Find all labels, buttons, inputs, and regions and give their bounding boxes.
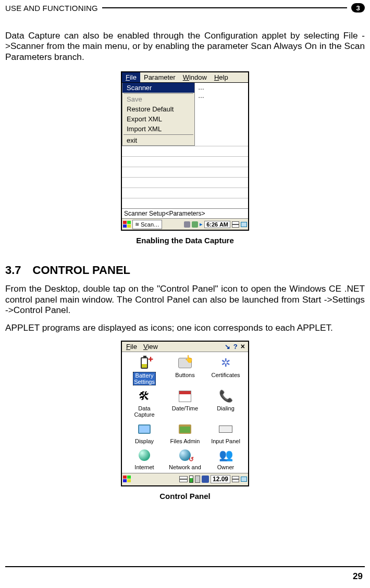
fig2-clock: 12.09 <box>211 475 230 483</box>
cp-item-buttons[interactable]: Buttons <box>165 355 205 387</box>
menu-file-label: ile <box>130 73 137 81</box>
fig2-caption: Control Panel <box>5 492 365 501</box>
figure-control-panel: File View ↘ ? × Battery Settings Buttons… <box>121 341 249 486</box>
start-flag-icon-2[interactable] <box>123 476 131 483</box>
internet-icon <box>139 449 150 461</box>
grid-dots-1: … <box>198 84 204 91</box>
help-question-icon[interactable]: ? <box>233 343 238 351</box>
datacapture-icon: 🛠 <box>135 389 153 404</box>
cp-menu-file[interactable]: File <box>123 342 140 352</box>
cp-label-dialing: Dialing <box>217 405 235 411</box>
cp-item-network[interactable]: Network and <box>165 447 205 471</box>
section-number: 3.7 <box>5 264 21 277</box>
page-header: USE AND FUNCTIONING 3 <box>5 3 365 12</box>
header-title: USE AND FUNCTIONING <box>5 4 98 12</box>
paragraph-3: APPLET programs are displayed as icons; … <box>5 322 365 333</box>
tray-net-icon[interactable] <box>202 476 209 483</box>
owner-icon: 👥 <box>217 447 235 463</box>
tray-card-icon <box>195 476 200 483</box>
footer-rule <box>5 566 365 567</box>
windows-tray-icon-2[interactable] <box>241 477 247 482</box>
header-rule <box>102 7 347 8</box>
cp-label-display: Display <box>135 438 154 444</box>
file-dropdown: Scanner Save Restore Default Export XML … <box>122 83 195 146</box>
cp-item-certificates[interactable]: ✲ Certificates <box>205 355 246 387</box>
control-panel-grid: Battery Settings Buttons ✲ Certificates … <box>122 352 248 473</box>
section-heading: 3.7 CONTROL PANEL <box>5 264 365 277</box>
cp-item-internet[interactable]: Internet <box>124 447 165 471</box>
fig1-grid-right: … … <box>195 83 248 146</box>
cp-label-buttons: Buttons <box>175 372 194 378</box>
inputpanel-icon <box>219 426 232 433</box>
menu-window[interactable]: Window <box>179 72 211 82</box>
cp-label-certificates: Certificates <box>211 372 240 378</box>
battery-tray-icon <box>189 476 193 483</box>
figure-data-capture: File Parameter Window Help Scanner Save … <box>121 71 249 231</box>
fig1-grid-lower <box>122 146 248 208</box>
battery-icon <box>141 357 148 369</box>
page-number: 29 <box>353 571 363 582</box>
certificates-icon: ✲ <box>217 355 235 371</box>
menu-help[interactable]: Help <box>211 72 232 82</box>
windows-tray-icon[interactable] <box>241 222 247 227</box>
start-flag-icon[interactable] <box>123 221 131 228</box>
cp-item-filesadmin[interactable]: Files Admin <box>165 421 205 445</box>
fig1-clock: 6:26 AM <box>204 221 230 228</box>
dropdown-exit[interactable]: exit <box>122 135 194 145</box>
dropdown-restore[interactable]: Restore Default <box>122 104 194 114</box>
fig1-menubar: File Parameter Window Help <box>122 72 248 83</box>
close-icon[interactable]: × <box>239 342 247 351</box>
cp-label-inputpanel: Input Panel <box>211 438 240 444</box>
dropdown-save[interactable]: Save <box>122 94 194 104</box>
paragraph-2: From the Desktop, double tap on the "Con… <box>5 283 365 315</box>
fig2-taskbar: 12.09 <box>122 473 248 485</box>
menu-file[interactable]: File <box>122 72 140 82</box>
network-icon <box>179 449 191 461</box>
cp-label-owner: Owner <box>217 464 234 470</box>
cp-label-network: Network and <box>169 464 201 470</box>
dropdown-export[interactable]: Export XML <box>122 114 194 124</box>
keyboard-icon-2[interactable] <box>232 476 239 482</box>
help-arrow-icon[interactable]: ↘ <box>225 343 230 351</box>
cp-menu-view[interactable]: View <box>140 342 161 352</box>
cp-item-datacapture[interactable]: 🛠 Data Capture <box>124 389 165 419</box>
dialing-icon: 📞 <box>217 389 235 404</box>
filesadmin-icon <box>179 424 191 434</box>
dropdown-import[interactable]: Import XML <box>122 124 194 134</box>
tray-icon[interactable] <box>184 221 190 228</box>
cp-item-datetime[interactable]: Date/Time <box>165 389 205 419</box>
fig2-menubar: File View ↘ ? × <box>122 342 248 352</box>
chapter-badge: 3 <box>351 3 365 12</box>
cp-item-battery[interactable]: Battery Settings <box>124 355 165 387</box>
tray-icon-2[interactable] <box>192 221 198 228</box>
buttons-icon <box>178 358 192 368</box>
fig1-status: Scanner Setup<Parameters> <box>122 208 248 218</box>
cp-item-dialing[interactable]: 📞 Dialing <box>205 389 246 419</box>
cp-item-owner[interactable]: 👥 Owner <box>205 447 246 471</box>
menu-parameter[interactable]: Parameter <box>140 72 179 82</box>
grid-dots-2: … <box>198 92 204 99</box>
cp-label-internet: Internet <box>134 464 154 470</box>
cp-label-datacapture: Data Capture <box>134 405 154 418</box>
fig2-tray: 12.09 <box>179 475 247 483</box>
cp-label-datetime: Date/Time <box>172 405 198 411</box>
keyboard-icon[interactable] <box>232 221 239 228</box>
intro-paragraph: Data Capture can also be enabled through… <box>5 30 365 62</box>
cp-label-filesadmin: Files Admin <box>170 438 200 444</box>
fig1-tray: ▸ 6:26 AM <box>184 221 247 228</box>
cp-item-inputpanel[interactable]: Input Panel <box>205 421 246 445</box>
section-title: CONTROL PANEL <box>33 264 130 277</box>
fig1-caption: Enabling the Data Capture <box>5 236 365 245</box>
datetime-icon <box>179 391 191 402</box>
taskbar-scan-button[interactable]: ≋ Scan… <box>132 220 162 229</box>
fig1-taskbar: ≋ Scan… ▸ 6:26 AM <box>122 218 248 230</box>
taskbar-scan-label: Scan… <box>141 221 159 228</box>
display-icon <box>138 424 151 434</box>
cp-item-display[interactable]: Display <box>124 421 165 445</box>
cp-label-battery: Battery Settings <box>133 372 156 385</box>
sip-icon[interactable] <box>179 476 188 482</box>
dropdown-scanner[interactable]: Scanner <box>122 83 194 93</box>
